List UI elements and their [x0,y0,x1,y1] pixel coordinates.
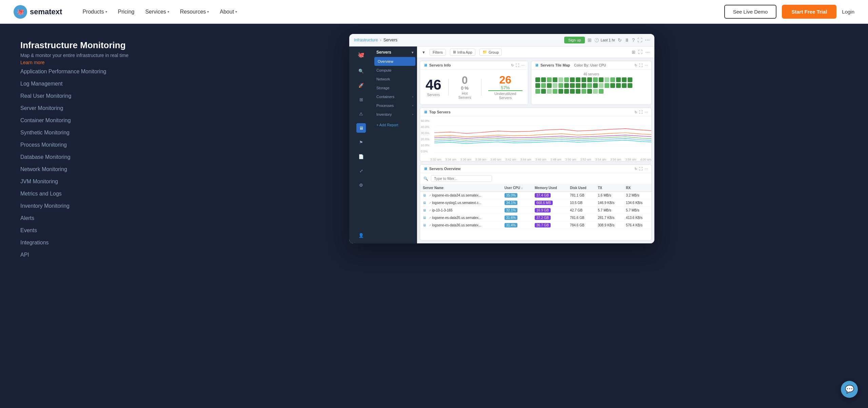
sidebar-item-database-monitoring[interactable]: Database Monitoring [20,151,129,163]
server-tile[interactable] [558,77,563,82]
expand-tile-icon[interactable]: ⛶ [639,63,643,67]
server-tile[interactable] [570,83,575,88]
dash-alert-icon[interactable]: ⚠ [356,109,366,118]
nav-storage[interactable]: Storage [373,84,417,92]
more-chart-icon[interactable]: ⋯ [645,110,648,114]
server-tile[interactable] [570,77,575,82]
sidebar-item-events[interactable]: Events [20,224,129,237]
filters-button[interactable]: Filters [430,49,446,56]
sidebar-item-alerts[interactable]: Alerts [20,212,129,224]
server-tile[interactable] [587,77,592,82]
server-expand-icon[interactable]: ↗ [429,209,431,212]
server-tile[interactable] [599,89,604,94]
server-tile[interactable] [541,77,546,82]
layout-icon[interactable]: ⊞ [632,50,635,55]
nav-processes[interactable]: Processes› [373,101,417,110]
sidebar-item-process-monitoring[interactable]: Process Monitoring [20,139,129,151]
refresh-icon[interactable]: ↻ [618,37,622,43]
expand-chart-icon[interactable]: ⛶ [639,110,643,114]
server-tile[interactable] [547,83,552,88]
dash-server-icon[interactable]: 🖥 [356,123,366,133]
dash-flag-icon[interactable]: ⚑ [356,137,366,147]
refresh-table-icon[interactable]: ↻ [634,167,637,171]
server-tile[interactable] [628,77,632,82]
server-tile[interactable] [558,83,563,88]
nav-pricing[interactable]: Pricing [118,9,135,15]
signup-button[interactable]: Sign up [564,37,585,43]
col-cpu[interactable]: User CPU ↓ [502,184,532,192]
server-tile[interactable] [628,83,632,88]
nav-about[interactable]: About ▾ [220,9,237,15]
logo[interactable]: 🐙 sematext [14,5,62,19]
sidebar-item-synthetic-monitoring[interactable]: Synthetic Monitoring [20,127,129,139]
server-tile[interactable] [535,77,540,82]
refresh-tile-icon[interactable]: ↻ [634,63,637,67]
server-tile[interactable] [535,83,540,88]
dash-settings-icon[interactable]: ⚙ [356,180,366,190]
grid-icon[interactable]: ⊞ [588,37,592,43]
see-live-demo-button[interactable]: See Live Demo [724,5,777,19]
server-tile[interactable] [581,89,586,94]
nav-inventory[interactable]: Inventory› [373,110,417,119]
sidebar-item-apm[interactable]: Application Performance Monitoring [20,66,129,78]
server-tile[interactable] [587,89,592,94]
nav-compute[interactable]: Compute [373,66,417,75]
nav-network[interactable]: Network [373,75,417,84]
sidebar-item-network-monitoring[interactable]: Network Monitoring [20,163,129,175]
server-tile[interactable] [599,83,604,88]
sidebar-item-server-monitoring[interactable]: Server Monitoring [20,102,129,114]
dash-rocket-icon[interactable]: 🚀 [356,80,366,90]
sidebar-item-inventory-monitoring[interactable]: Inventory Monitoring [20,200,129,212]
server-expand-icon[interactable]: ↗ [429,216,431,220]
server-tile[interactable] [616,83,621,88]
server-expand-icon[interactable]: ↗ [429,224,431,227]
dash-nav-chevron[interactable]: ▾ [412,51,413,54]
server-tile[interactable] [535,89,540,94]
infra-app-button[interactable]: ⊞ Infra App [450,49,475,56]
add-report-button[interactable]: + Add Report [373,120,417,130]
server-tile[interactable] [558,89,563,94]
server-tile[interactable] [593,89,598,94]
server-tile[interactable] [553,83,557,88]
sidebar-item-api[interactable]: API [20,249,129,261]
nav-containers[interactable]: Containers› [373,92,417,101]
sidebar-item-rum[interactable]: Real User Monitoring [20,90,129,102]
help-icon[interactable]: ? [632,37,635,43]
server-tile[interactable] [587,83,592,88]
dash-doc-icon[interactable]: 📄 [356,152,366,161]
chat-bubble[interactable]: 💬 [841,381,858,398]
sidebar-item-container-monitoring[interactable]: Container Monitoring [20,114,129,127]
server-expand-icon[interactable]: ↗ [429,194,431,197]
server-tile[interactable] [610,83,615,88]
server-tile[interactable] [605,77,609,82]
sidebar-item-jvm-monitoring[interactable]: JVM Monitoring [20,175,129,188]
server-tile[interactable] [622,83,627,88]
server-tile[interactable] [593,77,598,82]
server-tile[interactable] [547,77,552,82]
start-free-trial-button[interactable]: Start Free Trial [782,5,836,19]
server-tile[interactable] [576,77,580,82]
more-options-icon[interactable]: ⋯ [645,50,650,55]
expand-table-icon[interactable]: ⛶ [639,167,643,171]
more-table-icon[interactable]: ⋯ [645,167,648,171]
nav-services[interactable]: Services ▾ [145,9,169,15]
server-tile[interactable] [547,89,552,94]
dash-search-icon[interactable]: 🔍 [356,66,366,76]
refresh-small-icon[interactable]: ↻ [511,63,514,67]
expand-small-icon[interactable]: ⛶ [516,63,519,67]
nav-overview[interactable]: Overview [374,57,415,66]
refresh-chart-icon[interactable]: ↻ [634,110,637,114]
expand-icon[interactable]: ⛶ [637,37,642,43]
server-tile[interactable] [605,83,609,88]
server-tile[interactable] [576,83,580,88]
sidebar-item-integrations[interactable]: Integrations [20,237,129,249]
server-tile[interactable] [553,77,557,82]
server-tile[interactable] [570,89,575,94]
nav-products[interactable]: Products ▾ [82,9,107,15]
group-button[interactable]: 📁 Group [479,49,502,56]
server-tile[interactable] [541,83,546,88]
more-tile-icon[interactable]: ⋯ [645,63,648,67]
server-tile[interactable] [576,89,580,94]
table-filter-input[interactable] [431,175,492,182]
dash-user-icon[interactable]: 👤 [356,230,366,240]
